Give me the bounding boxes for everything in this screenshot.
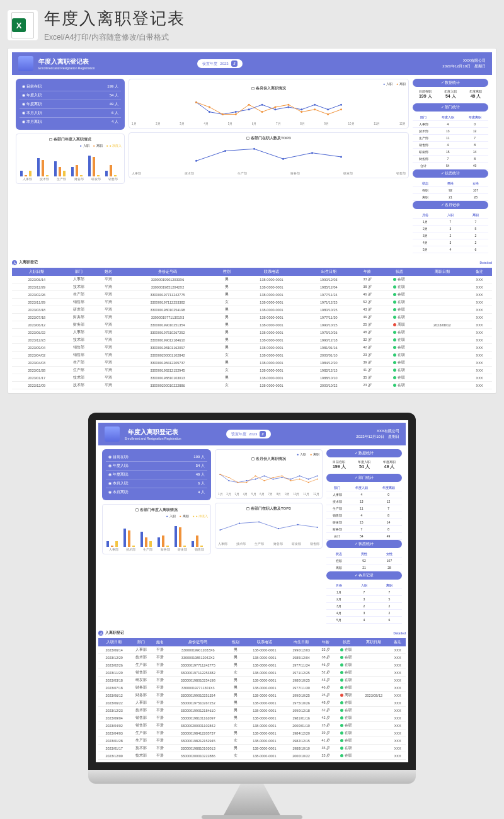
table-cell: 1980/10/25 xyxy=(285,677,317,684)
table-cell: 330000200010222886 xyxy=(121,382,214,389)
year-selector[interactable]: 设置年度 2023 ⇵ xyxy=(197,59,242,68)
table-cell xyxy=(358,654,389,662)
side-table-row: 2月35 xyxy=(413,226,488,232)
table-header: 性别 xyxy=(214,268,239,276)
table-cell: 2023/06/14 xyxy=(12,276,62,284)
table-row[interactable]: 2023/12/29技术部平滑330000198512042X2男138-000… xyxy=(98,654,406,662)
table-row[interactable]: 2023/06/22人事部平滑330000197510267252男138-00… xyxy=(12,329,492,336)
table-row[interactable]: 2023/07/18财务部平滑330000197711301X3男138-000… xyxy=(12,314,492,321)
status-dot-icon xyxy=(393,278,396,281)
table-cell: 138-0000-0001 xyxy=(239,382,304,389)
table-row[interactable]: 2023/06/12财务部平滑330000199010251354男138-00… xyxy=(12,321,492,329)
table-row[interactable]: 2023/11/29销售部平滑330000197112253382女138-00… xyxy=(12,299,492,306)
table-row[interactable]: 2023/11/29销售部平滑330000197112253382女138-00… xyxy=(98,669,406,677)
table-row[interactable]: 2023/02/26生产部平滑330000197711242775男138-00… xyxy=(12,291,492,299)
side-table-cell: 7 xyxy=(435,156,462,163)
company-name: XXX有限公司 xyxy=(356,428,399,434)
status-pill-button[interactable]: ✓ 状态统计 xyxy=(413,169,488,178)
table-cell: 138-0000-0001 xyxy=(239,284,304,291)
side-table-header: 状态 xyxy=(413,180,438,187)
year-stepper-icon[interactable]: ⇵ xyxy=(260,431,266,437)
table-row[interactable]: 2023/12/23技术部平滑330000199012184610男138-00… xyxy=(98,707,406,714)
detailed-link[interactable]: Detailed xyxy=(394,631,406,635)
dashboard-body: ◉ 目前在职:199 人◉ 年度入职:54 人◉ 年度离职:49 人◉ 本月入职… xyxy=(98,445,406,627)
side-table-row: 3月22 xyxy=(326,603,402,610)
table-cell: 在职 xyxy=(335,654,358,662)
side-table-row: 生产部117 xyxy=(413,135,488,142)
table-row[interactable]: 2023/12/23技术部平滑330000199012184610男138-00… xyxy=(12,336,492,344)
table-cell: XXX xyxy=(389,677,406,684)
table-row[interactable]: 2023/01/28生产部平滑330000198212152945女138-00… xyxy=(98,737,406,745)
side-table-row: 合计5449 xyxy=(326,533,402,540)
table-cell: 138-0000-0001 xyxy=(244,677,285,684)
table-cell: 2023/09/04 xyxy=(98,714,130,722)
status-dot-icon xyxy=(393,376,396,379)
table-row[interactable]: 2023/03/18研发部平滑330000198010254198男138-00… xyxy=(98,677,406,684)
table-row[interactable]: 2023/12/09技术部平滑330000200010222886女138-00… xyxy=(12,382,492,389)
table-row[interactable]: 2023/01/17技术部平滑330000198810103013男138-00… xyxy=(98,745,406,752)
dept-side-table: 部门年度入职年度离职人事部40技术部1312生产部117销售部48研发部1514… xyxy=(326,484,402,540)
table-row[interactable]: 2023/02/26生产部平滑330000197711242775男138-00… xyxy=(98,662,406,669)
table-cell: 在职 xyxy=(381,367,417,374)
table-row[interactable]: 2023/12/29技术部平滑330000198512042X2男138-000… xyxy=(12,284,492,291)
side-table-cell: 2 xyxy=(438,232,463,239)
kpi-panel: ◉ 目前在职:199 人◉ 年度入职:54 人◉ 年度离职:49 人◉ 本月入职… xyxy=(16,79,125,130)
table-row[interactable]: 2023/06/14人事部平滑330000199012033X6男138-000… xyxy=(98,646,406,654)
table-row[interactable]: 2023/06/22人事部平滑330000197510267252男138-00… xyxy=(98,699,406,707)
side-table-cell: 8 xyxy=(375,512,402,519)
table-row[interactable]: 2023/09/04销售部平滑330000198101162097男138-00… xyxy=(98,714,406,722)
table-row[interactable]: 2023/01/17技术部平滑330000198810103013男138-00… xyxy=(12,374,492,382)
table-cell xyxy=(358,737,389,745)
side-table-cell: 8 xyxy=(461,142,488,149)
year-value: 2023 xyxy=(249,432,257,436)
table-row[interactable]: 2023/01/28生产部平滑330000198212152945女138-00… xyxy=(12,367,492,374)
dept-pill-button[interactable]: ✓ 部门统计 xyxy=(413,103,488,112)
table-row[interactable]: 2023/04/02销售部平滑330000200001102842女138-00… xyxy=(12,352,492,359)
table-cell: XXX xyxy=(389,722,406,730)
table-cell xyxy=(417,276,467,284)
table-row[interactable]: 2023/09/04销售部平滑330000198101162097男138-00… xyxy=(12,344,492,352)
table-row[interactable]: 2023/03/18研发部平滑330000198010254198男138-00… xyxy=(12,306,492,314)
dashboard-logo-icon xyxy=(105,427,120,442)
table-row[interactable]: 2023/06/14人事部平滑330000199012033X6男138-000… xyxy=(12,276,492,284)
table-cell: 销售部 xyxy=(62,344,96,352)
side-table-header: 年度入职 xyxy=(348,484,375,491)
dept-pill-button[interactable]: ✓ 部门统计 xyxy=(326,474,402,482)
table-cell: 330000197112253382 xyxy=(168,669,227,677)
table-cell: XXX xyxy=(389,662,406,669)
side-table-cell: 4 xyxy=(348,491,375,498)
side-table-header: 状态 xyxy=(326,551,352,558)
table-row[interactable]: 2023/07/18财务部平滑330000197711301X3男138-000… xyxy=(98,684,406,692)
table-cell: 销售部 xyxy=(130,669,152,677)
side-table-cell: 11 xyxy=(348,505,375,512)
table-cell: 330000198412205737 xyxy=(168,730,227,737)
table-cell: 在职 xyxy=(381,329,417,336)
side-table-cell: 7 xyxy=(348,526,375,533)
year-selector[interactable]: 设置年度 2023 ⇵ xyxy=(226,430,271,438)
table-row[interactable]: 2023/04/02销售部平滑330000200001102842女138-00… xyxy=(98,722,406,730)
table-cell: 138-0000-0001 xyxy=(239,299,304,306)
table-row[interactable]: 2023/04/03生产部平滑330000198412205737男138-00… xyxy=(12,359,492,367)
side-table-cell: 人事部 xyxy=(326,491,348,498)
status-dot-icon xyxy=(340,731,343,735)
table-cell: 在职 xyxy=(335,722,358,730)
table-row[interactable]: 2023/12/09技术部平滑330000200010222886女138-00… xyxy=(98,752,406,760)
stats-pill-button[interactable]: ✓ 数据统计 xyxy=(326,449,402,457)
table-cell: 2000/01/10 xyxy=(285,722,317,730)
status-pill-button[interactable]: ✓ 状态统计 xyxy=(326,540,402,548)
side-table-cell: 3月 xyxy=(413,232,438,239)
month-pill-button[interactable]: ✓ 各月记录 xyxy=(326,571,402,580)
table-header: 身份证号码 xyxy=(121,268,214,276)
dashboard-header: 年度入离职登记表 Enrollment and Resignation Regi… xyxy=(12,52,492,75)
table-cell: 138-0000-0001 xyxy=(239,276,304,284)
stats-pill-button[interactable]: ✓ 数据统计 xyxy=(413,79,488,87)
table-row[interactable]: 2023/04/03生产部平滑330000198412205737男138-00… xyxy=(98,730,406,737)
detailed-link[interactable]: Detailed xyxy=(480,261,492,265)
month-pill-button[interactable]: ✓ 各月记录 xyxy=(413,201,488,209)
side-table-cell: 生产部 xyxy=(326,505,348,512)
side-table-cell: 在职 xyxy=(413,187,438,194)
table-cell: 330000199012033X6 xyxy=(121,276,214,284)
year-stepper-icon[interactable]: ⇵ xyxy=(231,60,238,67)
table-row[interactable]: 2023/06/12财务部平滑330000199010251354男138-00… xyxy=(98,692,406,699)
side-table-header: 女性 xyxy=(377,551,402,558)
